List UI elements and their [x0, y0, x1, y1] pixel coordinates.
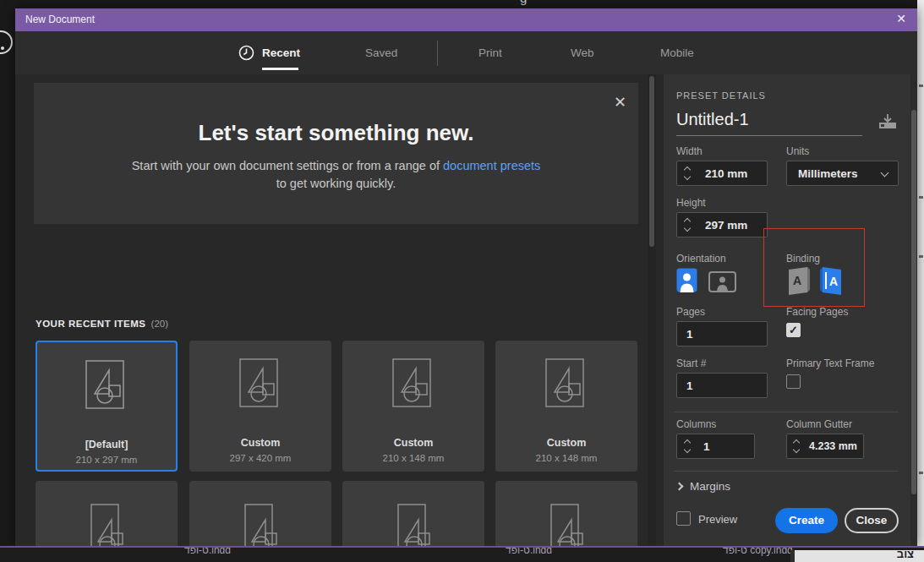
app-edge-artifact	[919, 255, 923, 258]
preset-card-size: 297 x 420 mm	[189, 453, 331, 463]
orientation-landscape-icon[interactable]	[708, 271, 736, 296]
binding-annotation-rectangle	[763, 228, 865, 307]
units-value: Millimeters	[798, 167, 858, 180]
preset-card-default[interactable]: [Default] 210 x 297 mm	[36, 341, 178, 472]
close-button[interactable]: Close	[845, 508, 899, 533]
orientation-label: Orientation	[676, 253, 726, 265]
pages-label: Pages	[676, 306, 705, 318]
background-tool-dot	[1, 46, 4, 50]
width-value[interactable]: 210 mm	[705, 167, 747, 180]
preset-card-row2[interactable]	[495, 481, 637, 547]
decrement-icon[interactable]	[684, 225, 691, 232]
start-number-value[interactable]: 1	[686, 379, 693, 392]
banner-close-icon[interactable]: ✕	[614, 93, 626, 112]
banner-title: Let's start something new.	[34, 120, 638, 146]
template-icon	[342, 354, 484, 422]
height-label: Height	[676, 197, 706, 209]
tab-saved[interactable]: Saved	[365, 46, 397, 59]
active-tab-underline	[262, 68, 298, 70]
dialog-titlebar[interactable]: New Document ✕	[15, 8, 917, 31]
recent-items-heading: YOUR RECENT ITEMS(20)	[36, 319, 168, 329]
template-icon	[37, 356, 176, 423]
column-gutter-value[interactable]: 4.233 mm	[809, 440, 857, 452]
panel-text: צוב	[897, 550, 914, 560]
app-document-tab[interactable]: ט-ופד copy.indd	[723, 548, 793, 556]
preset-card-size: 210 x 148 mm	[495, 453, 637, 463]
pages-value[interactable]: 1	[686, 328, 693, 341]
width-field[interactable]: 210 mm	[676, 161, 768, 186]
primary-text-frame-checkbox[interactable]	[786, 374, 801, 389]
units-dropdown[interactable]: Millimeters	[786, 161, 899, 186]
preview-checkbox[interactable]	[676, 511, 691, 526]
height-value[interactable]: 297 mm	[705, 219, 747, 232]
preset-card-name: Custom	[189, 437, 331, 449]
main-panel: ✕ Let's start something new. Start with …	[15, 74, 648, 547]
create-button[interactable]: Create	[775, 508, 838, 533]
banner-subtitle: Start with your own document settings or…	[34, 157, 638, 193]
preset-card-size: 210 x 148 mm	[342, 453, 484, 463]
columns-field[interactable]: 1	[676, 434, 755, 459]
facing-pages-label: Facing Pages	[786, 306, 848, 318]
preview-label: Preview	[698, 513, 737, 526]
margins-section-toggle[interactable]: Margins	[676, 480, 730, 493]
app-edge-artifact	[919, 196, 923, 199]
tab-mobile[interactable]: Mobile	[660, 46, 694, 59]
template-icon	[495, 354, 637, 422]
save-preset-icon[interactable]	[878, 113, 898, 134]
columns-label: Columns	[676, 418, 716, 430]
decrement-icon[interactable]	[684, 173, 691, 180]
sidebar-scrollbar-thumb[interactable]	[911, 110, 916, 494]
app-edge-artifact	[919, 472, 923, 474]
preset-card-custom-2[interactable]: Custom 210 x 148 mm	[342, 341, 484, 472]
document-presets-link[interactable]: document presets	[443, 159, 540, 172]
background-tool-circle	[0, 30, 13, 54]
preset-details-panel: PRESET DETAILS Untitled-1 Width 210 mm U…	[664, 74, 910, 547]
app-document-tabs-strip: ט-ופד.indd ט-ופד.indd ט-ופד copy.indd	[0, 548, 924, 562]
decrement-icon[interactable]	[793, 446, 800, 453]
recent-items-count: (20)	[151, 319, 168, 329]
screen: g New Document ✕ Recent Saved Print Web …	[0, 0, 924, 562]
column-gutter-field[interactable]: 4.233 mm	[786, 434, 864, 459]
preset-card-custom-3[interactable]: Custom 210 x 148 mm	[495, 341, 637, 472]
preset-details-heading: PRESET DETAILS	[676, 90, 766, 101]
template-icon	[495, 501, 637, 547]
preset-card-custom-1[interactable]: Custom 297 x 420 mm	[189, 341, 331, 472]
app-bottom-panel: צוב	[790, 550, 924, 562]
orientation-portrait-icon[interactable]	[676, 268, 697, 296]
facing-pages-checkbox[interactable]: ✓	[786, 323, 801, 337]
start-number-label: Start #	[676, 357, 706, 369]
divider	[674, 412, 899, 412]
document-name-input[interactable]: Untitled-1	[676, 110, 749, 129]
columns-value[interactable]: 1	[703, 440, 710, 453]
preset-card-row2[interactable]	[36, 481, 178, 547]
pages-field[interactable]: 1	[676, 321, 768, 346]
template-icon	[189, 354, 331, 422]
main-scrollbar-thumb[interactable]	[649, 76, 654, 247]
dialog-close-icon[interactable]: ✕	[896, 12, 906, 25]
preset-card-row2[interactable]	[189, 481, 331, 547]
margins-label: Margins	[690, 480, 730, 493]
app-document-tab[interactable]: ט-ופד.indd	[184, 548, 231, 556]
background-clipped-text: g	[520, 0, 558, 8]
clock-icon	[238, 45, 254, 64]
width-label: Width	[676, 145, 703, 157]
decrement-icon[interactable]	[684, 446, 691, 453]
primary-text-frame-label: Primary Text Frame	[786, 357, 874, 369]
preset-card-name: Custom	[495, 437, 637, 449]
banner-line2: to get working quickly.	[276, 177, 396, 190]
tab-print[interactable]: Print	[478, 46, 502, 59]
welcome-banner: ✕ Let's start something new. Start with …	[34, 83, 638, 224]
preset-card-size: 210 x 297 mm	[37, 455, 176, 465]
tab-web[interactable]: Web	[571, 46, 594, 59]
preset-card-name: [Default]	[37, 439, 176, 450]
template-icon	[189, 501, 331, 547]
start-number-field[interactable]: 1	[676, 373, 768, 398]
new-document-dialog: New Document ✕ Recent Saved Print Web Mo…	[15, 8, 917, 547]
dialog-title: New Document	[25, 14, 95, 25]
preset-card-row2[interactable]	[342, 481, 484, 547]
tab-recent[interactable]: Recent	[262, 46, 300, 59]
app-document-tab[interactable]: ט-ופד.indd	[506, 548, 552, 556]
app-edge-artifact	[919, 85, 923, 87]
height-field[interactable]: 297 mm	[676, 212, 768, 237]
chevron-down-icon	[881, 169, 889, 177]
